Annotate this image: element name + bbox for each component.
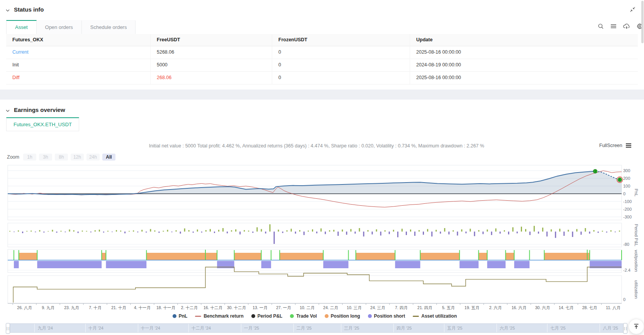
x-axis-label: 30. 六月 [535,305,550,311]
legend-dot-icon [325,314,329,318]
axis-tick-label: 0 [623,297,625,302]
x-axis-label: 24. 二月 [323,305,338,311]
legend-item-benchmark-return[interactable]: Benchmark return [195,313,243,319]
x-axis-label: 10. 二月 [300,305,315,311]
legend-dot-icon [173,314,176,318]
x-axis-label: 19. 五月 [464,305,480,311]
datazoom-month-separator [547,324,547,332]
legend-item-period-p&l[interactable]: Period P&L [251,313,283,319]
x-axis-label: 27. 一月 [276,305,291,311]
legend-dot-icon [251,314,255,318]
legend-dot-icon [290,314,294,318]
legend-label: PnL [179,313,188,319]
x-axis-label: 11. 八月 [606,305,620,311]
datazoom-month-separator [444,324,444,332]
x-axis-label: 28. 七月 [582,305,597,311]
datazoom-month-separator [341,324,341,332]
legend-label: Trade Vol [296,313,317,319]
chart-legend: PnLBenchmark returnPeriod P&LTrade VolPo… [8,313,622,319]
x-axis-label: 16. 十二月 [203,305,222,311]
app-root: Status info AssetOpen ordersSchedule ord… [0,0,644,335]
datazoom-handle-right[interactable]: | | [623,323,627,334]
x-axis-label: 23. 九月 [64,305,79,311]
legend-dot-icon [368,314,372,318]
datazoom-month-separator [241,324,241,332]
axis-tick-label: -200 [623,206,632,212]
datazoom-month-separator [497,324,497,332]
legend-label: Position long [331,313,360,319]
x-axis-label: 30. 十二月 [227,305,246,311]
legend-item-position-long[interactable]: Position long [325,313,360,319]
datazoom-slider[interactable]: 九月 '24十月 '24十一月 '24十二月 '24一月 '25二月 '25三月… [7,323,626,333]
datazoom-month-separator [600,324,600,332]
x-axis-label: 26. 八月 [17,305,32,311]
datazoom-month-label: 六月 '25 [500,325,515,331]
x-axis-label: 21. 十月 [111,305,126,311]
datazoom-month-separator [293,324,294,332]
x-axis-label: 2. 六月 [489,305,502,311]
x-axis-label: 7. 四月 [395,305,408,311]
datazoom-month-label: 七月 '25 [550,325,565,331]
datazoom-month-label: 八月 '25 [603,325,618,331]
axis-title-0: PnL [634,189,639,196]
x-axis-label: 4. 十一月 [134,305,151,311]
datazoom-month-label: 五月 '25 [447,325,462,331]
legend-line-icon [413,316,419,317]
x-axis-label: 5. 五月 [442,305,455,311]
datazoom-handle-left[interactable]: | | [6,323,10,334]
x-axis-label: 21. 四月 [417,305,432,311]
datazoom-month-label: 十二月 '24 [192,325,211,331]
axis-tick-label: 300 [623,168,630,173]
axis-title-1: Period P&L [634,224,639,246]
legend-label: Position short [374,313,405,319]
datazoom-month-label: 十一月 '24 [141,325,160,331]
datazoom-month-label: 二月 '25 [297,325,312,331]
axis-tick-label: -2.4 [623,267,630,273]
x-axis-label: 7. 十月 [89,305,102,311]
page-scrollbar[interactable] [641,1,644,43]
axis-title-2: vol/position [634,250,639,272]
x-axis-label: 16. 六月 [512,305,527,311]
axis-title-3: utilization [634,280,639,299]
x-axis-label: 18. 十一月 [156,305,175,311]
axis-tick-label: -80 [623,242,629,247]
x-axis-label: 2. 十二月 [181,305,198,311]
datazoom-month-separator [34,324,35,332]
datazoom-month-label: 四月 '25 [397,325,412,331]
legend-item-position-short[interactable]: Position short [368,313,405,319]
axis-tick-label: 200 [623,176,630,181]
axis-tick-label: -100 [623,199,632,204]
legend-item-trade-vol[interactable]: Trade Vol [290,313,317,319]
x-axis-label: 9. 九月 [42,305,54,311]
datazoom-month-label: 九月 '24 [37,325,53,331]
axis-tick-label: 100 [623,183,630,189]
datazoom-month-label: 一月 '25 [244,325,259,331]
legend-line-icon [195,316,201,317]
x-axis-label: 14. 七月 [559,305,574,311]
earnings-chart[interactable] [0,0,644,335]
datazoom-month-separator [138,324,138,332]
datazoom-month-separator [188,324,189,332]
datazoom-month-separator [85,324,86,332]
legend-label: Asset utilization [421,313,457,319]
legend-item-asset-utilization[interactable]: Asset utilization [413,313,457,319]
x-axis-label: 13. 一月 [253,305,268,311]
back-to-top-button[interactable] [629,319,644,334]
legend-label: Benchmark return [203,313,243,319]
x-axis-label: 24. 三月 [370,305,385,311]
datazoom-month-label: 十月 '24 [88,325,103,331]
legend-item-pnl[interactable]: PnL [173,313,188,319]
datazoom-month-separator [393,324,394,332]
x-axis-label: 10. 三月 [347,305,362,311]
axis-tick-label: 0 [623,191,625,196]
legend-label: Period P&L [258,313,283,319]
axis-tick-label: -300 [623,214,632,220]
datazoom-month-label: 三月 '25 [344,325,359,331]
